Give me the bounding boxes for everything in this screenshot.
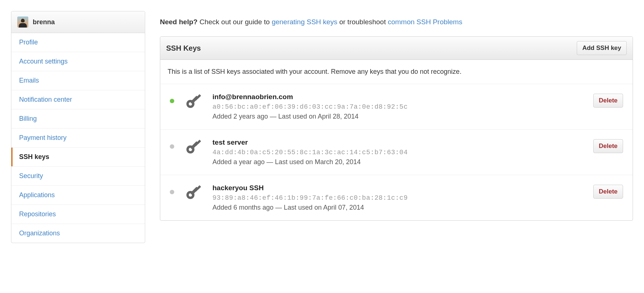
sidebar-header: brenna bbox=[11, 11, 145, 33]
ssh-key-fingerprint: a0:56:bc:a0:ef:06:39:d6:03:cc:9a:7a:0e:d… bbox=[212, 103, 583, 111]
help-prefix: Need help? bbox=[160, 18, 197, 26]
sidebar-item-billing[interactable]: Billing bbox=[11, 109, 145, 128]
sidebar-item-profile[interactable]: Profile bbox=[11, 33, 145, 52]
sidebar-item-organizations[interactable]: Organizations bbox=[11, 224, 145, 243]
key-icon bbox=[185, 92, 202, 110]
key-icon bbox=[185, 183, 202, 201]
help-link-problems[interactable]: common SSH Problems bbox=[388, 18, 462, 26]
sidebar-item-account-settings[interactable]: Account settings bbox=[11, 52, 145, 71]
delete-ssh-key-button[interactable]: Delete bbox=[593, 94, 623, 108]
avatar bbox=[17, 17, 28, 28]
help-text-1: Check out our guide to bbox=[197, 18, 272, 26]
ssh-key-actions: Delete bbox=[593, 139, 623, 153]
sidebar-nav: Profile Account settings Emails Notifica… bbox=[11, 33, 145, 243]
ssh-key-fingerprint: 93:89:a8:46:ef:46:1b:99:7a:fe:66:c0:ba:2… bbox=[212, 194, 583, 202]
add-ssh-key-button[interactable]: Add SSH key bbox=[577, 41, 627, 55]
ssh-key-body: hackeryou SSH 93:89:a8:46:ef:46:1b:99:7a… bbox=[212, 184, 583, 211]
ssh-key-title: info@brennaobrien.com bbox=[212, 93, 583, 101]
help-link-generating[interactable]: generating SSH keys bbox=[272, 18, 337, 26]
sidebar-item-notification-center[interactable]: Notification center bbox=[11, 90, 145, 109]
ssh-key-title: hackeryou SSH bbox=[212, 184, 583, 192]
status-dot-icon bbox=[170, 144, 174, 149]
ssh-key-actions: Delete bbox=[593, 185, 623, 199]
panel-header: SSH Keys Add SSH key bbox=[160, 37, 633, 60]
sidebar-item-repositories[interactable]: Repositories bbox=[11, 205, 145, 224]
panel-title: SSH Keys bbox=[166, 44, 201, 53]
sidebar-item-applications[interactable]: Applications bbox=[11, 186, 145, 205]
ssh-key-row: test server 4a:dd:4b:0a:c5:20:55:8c:1a:3… bbox=[160, 130, 633, 175]
sidebar-item-emails[interactable]: Emails bbox=[11, 71, 145, 90]
sidebar-item-ssh-keys[interactable]: SSH keys bbox=[11, 148, 145, 166]
ssh-key-row: hackeryou SSH 93:89:a8:46:ef:46:1b:99:7a… bbox=[160, 175, 633, 220]
panel-description: This is a list of SSH keys associated wi… bbox=[160, 60, 633, 84]
ssh-key-body: info@brennaobrien.com a0:56:bc:a0:ef:06:… bbox=[212, 93, 583, 120]
help-text-2: or troubleshoot bbox=[337, 18, 388, 26]
status-dot-icon bbox=[170, 190, 174, 194]
delete-ssh-key-button[interactable]: Delete bbox=[593, 139, 623, 153]
help-line: Need help? Check out our guide to genera… bbox=[160, 18, 633, 26]
sidebar-item-security[interactable]: Security bbox=[11, 167, 145, 185]
ssh-key-actions: Delete bbox=[593, 94, 623, 108]
ssh-key-title: test server bbox=[212, 138, 583, 146]
ssh-key-meta: Added a year ago — Last used on March 20… bbox=[212, 158, 583, 166]
ssh-key-fingerprint: 4a:dd:4b:0a:c5:20:55:8c:1a:3c:ac:14:c5:b… bbox=[212, 149, 583, 156]
sidebar-item-payment-history[interactable]: Payment history bbox=[11, 129, 145, 147]
ssh-key-meta: Added 6 months ago — Last used on April … bbox=[212, 204, 583, 211]
settings-sidebar: brenna Profile Account settings Emails N… bbox=[11, 11, 145, 243]
main-content: Need help? Check out our guide to genera… bbox=[160, 11, 633, 243]
status-dot-icon bbox=[170, 99, 174, 103]
ssh-keys-panel: SSH Keys Add SSH key This is a list of S… bbox=[160, 36, 633, 221]
delete-ssh-key-button[interactable]: Delete bbox=[593, 185, 623, 199]
key-icon bbox=[185, 138, 202, 155]
ssh-key-meta: Added 2 years ago — Last used on April 2… bbox=[212, 113, 583, 120]
sidebar-username: brenna bbox=[33, 18, 55, 26]
ssh-key-row: info@brennaobrien.com a0:56:bc:a0:ef:06:… bbox=[160, 84, 633, 130]
ssh-key-body: test server 4a:dd:4b:0a:c5:20:55:8c:1a:3… bbox=[212, 138, 583, 166]
